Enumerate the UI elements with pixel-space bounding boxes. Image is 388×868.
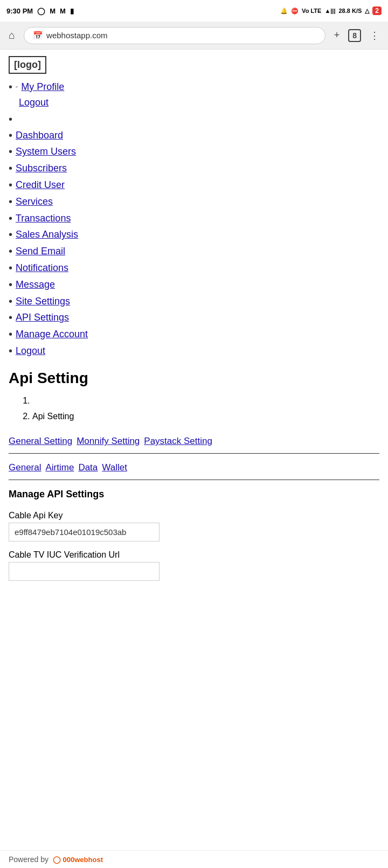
nav-list: • ◦ My Profile Logout • • Dash — [9, 79, 379, 359]
cable-api-key-label: Cable Api Key — [9, 511, 379, 520]
browser-bar: ⌂ 📅 webhostapp.com + 8 ⋮ — [0, 22, 388, 50]
nav-item-dashboard: • Dashboard — [9, 128, 379, 143]
nav-link-system-users[interactable]: System Users — [16, 144, 76, 159]
nav-item-subscribers: • Subscribers — [9, 161, 379, 176]
bullet: • — [9, 194, 12, 209]
nav-item-send-email: • Send Email — [9, 244, 379, 259]
nav-item-empty: • — [9, 112, 379, 127]
nav-link-logout[interactable]: Logout — [16, 343, 45, 359]
nav-item-notifications: • Notifications — [9, 260, 379, 276]
sub-bullet: ◦ — [16, 82, 18, 92]
nav-item-user: • ◦ My Profile Logout — [9, 79, 379, 110]
cable-tv-iuc-input[interactable] — [9, 562, 160, 581]
url-bar[interactable]: 📅 webhostapp.com — [24, 27, 325, 44]
nav-item-logout: • Logout — [9, 343, 379, 359]
bullet: • — [9, 327, 12, 342]
nav-item-sales-analysis: • Sales Analysis — [9, 227, 379, 242]
site-logo: [logo] — [9, 56, 46, 74]
nav-item-services: • Services — [9, 194, 379, 210]
nav-item-system-users: • System Users — [9, 144, 379, 159]
subtab-links: General Airtime Data Wallet — [9, 456, 379, 480]
breadcrumb-list: Api Setting — [22, 393, 379, 425]
time-display: 9:30 PM — [6, 7, 33, 15]
nav-item-transactions: • Transactions — [9, 211, 379, 226]
nav-link-send-email[interactable]: Send Email — [16, 244, 65, 259]
sub-nav-item-logout-sub: Logout — [16, 95, 64, 110]
nav-link-myprofile[interactable]: My Profile — [21, 79, 64, 95]
bullet: • — [9, 310, 12, 325]
tabs-count[interactable]: 8 — [348, 29, 361, 42]
nav-link-site-settings[interactable]: Site Settings — [16, 294, 70, 309]
breadcrumb: Api Setting — [22, 393, 379, 430]
home-button[interactable]: ⌂ — [4, 27, 19, 44]
nav-link-credit-user[interactable]: Credit User — [16, 177, 65, 193]
subtab-wallet[interactable]: Wallet — [102, 462, 127, 473]
cable-api-key-field: Cable Api Key — [9, 511, 379, 541]
bullet: • — [9, 277, 12, 292]
cable-api-key-input[interactable] — [9, 523, 160, 541]
add-tab-button[interactable]: + — [330, 27, 344, 43]
tab-paystack-setting[interactable]: Paystack Setting — [144, 436, 212, 447]
bullet: • — [9, 177, 12, 192]
page-title: Api Setting — [9, 370, 379, 387]
nav-link-subscribers[interactable]: Subscribers — [16, 161, 67, 176]
nav-link-services[interactable]: Services — [16, 194, 53, 210]
delta-icon: △ — [365, 8, 369, 15]
nav-link-api-settings[interactable]: API Settings — [16, 310, 69, 325]
subtab-general[interactable]: General — [9, 462, 41, 473]
form-section-title: Manage API Settings — [9, 489, 379, 500]
nav-link-logout-sub[interactable]: Logout — [19, 95, 48, 110]
bullet: • — [9, 343, 12, 358]
subtab-data[interactable]: Data — [78, 462, 98, 473]
cable-tv-iuc-label: Cable TV IUC Verification Url — [9, 550, 379, 560]
nav-link-sales-analysis[interactable]: Sales Analysis — [16, 227, 78, 242]
nav-item-credit-user: • Credit User — [9, 177, 379, 193]
bullet: • — [9, 244, 12, 259]
subtab-airtime[interactable]: Airtime — [45, 462, 74, 473]
nav-link-transactions[interactable]: Transactions — [16, 211, 71, 226]
status-icon-p: ▮ — [70, 7, 74, 15]
main-nav: • ◦ My Profile Logout • • Dash — [9, 79, 379, 359]
nav-item-api-settings: • API Settings — [9, 310, 379, 325]
nav-item-manage-account: • Manage Account — [9, 327, 379, 342]
breadcrumb-item-2: Api Setting — [32, 409, 379, 425]
url-icon: 📅 — [33, 31, 43, 40]
status-left: 9:30 PM ◯ M M ▮ — [6, 7, 74, 15]
signal-icon: ▲||| — [324, 8, 335, 14]
mute-icon: 🔔 — [280, 8, 288, 15]
url-text: webhostapp.com — [46, 31, 107, 40]
notification-badge: 2 — [372, 6, 382, 15]
bullet: • — [9, 161, 12, 176]
cable-tv-iuc-field: Cable TV IUC Verification Url — [9, 550, 379, 581]
status-icon-m1: M — [50, 7, 56, 15]
status-right: 🔔 ⛔ Vo LTE ▲||| 28.8 K/S △ 2 — [280, 6, 382, 15]
bullet: • — [9, 227, 12, 242]
form-section: Manage API Settings Cable Api Key Cable … — [9, 489, 379, 581]
powered-by-text: Powered by — [9, 855, 48, 864]
tab-general-setting[interactable]: General Setting — [9, 436, 72, 447]
powered-by-footer: Powered by ◯ 000webhost — [0, 850, 388, 868]
nav-link-manage-account[interactable]: Manage Account — [16, 327, 88, 342]
volte-icon: Vo LTE — [302, 8, 321, 14]
status-bar: 9:30 PM ◯ M M ▮ 🔔 ⛔ Vo LTE ▲||| 28.8 K/S… — [0, 0, 388, 22]
nav-item-site-settings: • Site Settings — [9, 294, 379, 309]
logo-area: [logo] — [9, 56, 379, 74]
page-content: [logo] • ◦ My Profile Logout • — [0, 50, 388, 596]
status-icon-b: ◯ — [37, 7, 45, 15]
more-options-button[interactable]: ⋮ — [365, 27, 384, 44]
sub-nav-item-myprofile: ◦ My Profile — [16, 79, 64, 95]
bullet: • — [9, 79, 12, 94]
block-icon: ⛔ — [291, 8, 299, 15]
nav-link-message[interactable]: Message — [16, 277, 55, 293]
nav-item-message: • Message — [9, 277, 379, 293]
tab-monnify-setting[interactable]: Monnify Setting — [77, 436, 140, 447]
bullet: • — [9, 128, 12, 143]
breadcrumb-item-1 — [32, 393, 379, 409]
tab-links: General Setting Monnify Setting Paystack… — [9, 429, 379, 454]
bullet: • — [9, 112, 12, 127]
bullet: • — [9, 294, 12, 309]
powered-by-brand: ◯ 000webhost — [53, 856, 103, 864]
nav-link-dashboard[interactable]: Dashboard — [16, 128, 63, 143]
nav-link-notifications[interactable]: Notifications — [16, 260, 68, 276]
bullet: • — [9, 211, 12, 226]
